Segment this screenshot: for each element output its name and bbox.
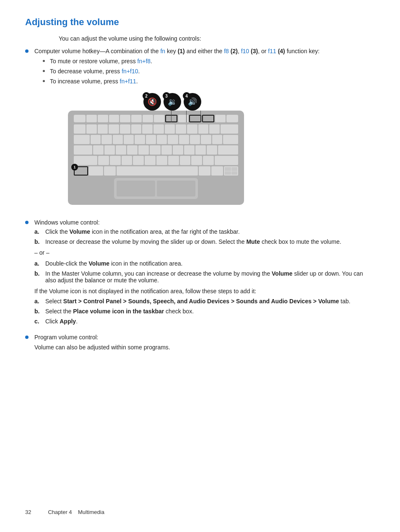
- kb-enter2-key: [218, 145, 238, 155]
- kb-v: [133, 156, 144, 165]
- kb-altgr-key: [199, 166, 210, 176]
- windows-alpha-list-1: a. Click the Volume icon in the notifica…: [34, 228, 375, 245]
- kb-c: [122, 156, 132, 165]
- kb-t: [135, 135, 145, 144]
- kb-d: [116, 145, 126, 155]
- sub-dot-2: [43, 70, 45, 72]
- kb-a: [93, 145, 104, 155]
- kb-fn-key-4: [120, 115, 130, 122]
- fnf8-link: fn+f8: [138, 58, 151, 65]
- kb-power-key: [226, 115, 238, 122]
- touchpad: [114, 178, 198, 199]
- kb-f: [127, 145, 138, 155]
- f8-link: f8: [224, 48, 229, 54]
- a1-content: Click the Volume icon in the notificatio…: [45, 228, 375, 235]
- kb-fn-key-9: [178, 115, 189, 122]
- windows-alpha-list-2: a. Double-click the Volume icon in the n…: [34, 260, 375, 284]
- add-icon-step-b: b. Select the Place volume icon in the t…: [34, 308, 375, 315]
- kb-u: [157, 135, 167, 144]
- list-item-windows: Windows volume control: a. Click the Vol…: [25, 219, 375, 328]
- sub-dot-1: [43, 60, 45, 62]
- kb-backspace-key: [221, 124, 238, 134]
- f10-link: f10: [241, 48, 249, 54]
- kb-tilde-key: [74, 124, 86, 134]
- kb-caps-key: [74, 145, 92, 155]
- kb-f10-key: [189, 115, 201, 122]
- kb-slash: [203, 156, 214, 165]
- kb-comma: [180, 156, 191, 165]
- touchpad-right-btn: [157, 181, 195, 196]
- nb-label: b.: [34, 308, 45, 315]
- main-list: Computer volume hotkey—A combination of …: [25, 48, 375, 351]
- add-icon-step-a: a. Select Start > Control Panel > Sounds…: [34, 298, 375, 305]
- kb-j: [161, 145, 172, 155]
- f11-link: f11: [268, 48, 276, 54]
- page-title: Adjusting the volume: [25, 17, 375, 28]
- windows-label: Windows volume control:: [34, 219, 100, 226]
- kb-r: [124, 135, 134, 144]
- footer-chapter: Chapter 4 Multimedia: [48, 509, 104, 515]
- touchpad-area: [74, 178, 238, 199]
- hotkey-sublist: To mute or restore volume, press fn+f8. …: [43, 58, 375, 85]
- a1-label: a.: [34, 228, 45, 235]
- kb-s: [104, 145, 115, 155]
- kb-num-6: [142, 124, 153, 134]
- kb-f11-key: [202, 115, 214, 122]
- bullet-dot-1: [25, 49, 29, 53]
- b1-label: b.: [34, 238, 45, 245]
- kb-x: [110, 156, 121, 165]
- callout-1-badge: 1: [71, 164, 78, 170]
- kb-fn-key-2: [98, 115, 108, 122]
- kb-quote: [207, 145, 217, 155]
- kb-num-8: [165, 124, 175, 134]
- program-note: Volume can also be adjusted within some …: [34, 344, 375, 351]
- kb-num-2: [98, 124, 108, 134]
- kb-alt-key: [104, 166, 116, 176]
- b1-content: Increase or decrease the volume by movin…: [45, 238, 375, 245]
- page-footer: 32 Chapter 4 Multimedia: [25, 509, 104, 515]
- callout-2: 2: [143, 92, 150, 100]
- or-separator: – or –: [34, 249, 375, 256]
- kb-fn-modifier-key: 1: [74, 166, 88, 176]
- kb-arrow-keys: [224, 166, 238, 176]
- kb-n: [156, 156, 167, 165]
- kb-space-key: [117, 166, 198, 176]
- sub-dot-3: [43, 80, 45, 82]
- windows-step-b1: b. Increase or decrease the volume by mo…: [34, 238, 375, 245]
- kb-m: [168, 156, 179, 165]
- kb-e: [113, 135, 123, 144]
- kb-o: [179, 135, 189, 144]
- footer-page-num: 32: [25, 509, 31, 515]
- kb-g: [138, 145, 149, 155]
- kb-lbracket: [201, 135, 211, 144]
- keyboard-diagram: 1: [68, 111, 244, 205]
- kb-q: [91, 135, 101, 144]
- na-label: a.: [34, 298, 45, 305]
- kb-l: [184, 145, 195, 155]
- kb-lshift-key: [74, 156, 97, 165]
- nc-content: Click Apply.: [45, 318, 375, 325]
- a2-content: Double-click the Volume icon in the noti…: [45, 260, 375, 267]
- keyboard-bg: 1: [68, 111, 244, 205]
- sub-item-decrease: To decrease volume, press fn+f10.: [43, 68, 375, 75]
- windows-step-a1: a. Click the Volume icon in the notifica…: [34, 228, 375, 235]
- b2-label: b.: [34, 270, 45, 284]
- add-icon-step-c: c. Click Apply.: [34, 318, 375, 325]
- hotkey-content: Computer volume hotkey—A combination of …: [34, 48, 375, 213]
- windows-content: Windows volume control: a. Click the Vol…: [34, 219, 375, 328]
- kb-b: [145, 156, 156, 165]
- kb-equals-key: [209, 124, 220, 134]
- kb-esc-key: [74, 115, 86, 122]
- kb-h: [150, 145, 160, 155]
- fnf10-link: fn+f10: [122, 68, 138, 75]
- kb-k: [173, 145, 183, 155]
- kb-context-key: [211, 166, 223, 176]
- kb-minus-key: [198, 124, 209, 134]
- list-item-hotkey: Computer volume hotkey—A combination of …: [25, 48, 375, 213]
- kb-period: [191, 156, 202, 165]
- kb-rbracket: [212, 135, 222, 144]
- nb-content: Select the Place volume icon in the task…: [45, 308, 375, 315]
- kb-num-9: [176, 124, 186, 134]
- callout-4: 4: [183, 92, 190, 100]
- kb-num-5: [131, 124, 142, 134]
